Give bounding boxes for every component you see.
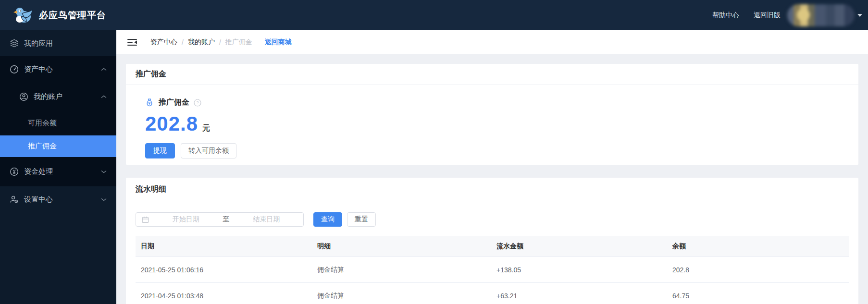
chevron-down-icon [101, 198, 107, 201]
help-icon[interactable]: ? [194, 99, 201, 107]
sidebar-item-my-account[interactable]: 我的账户 [0, 83, 116, 110]
calendar-icon [142, 216, 149, 223]
sidebar-item-promotion-commission[interactable]: 推广佣金 [0, 135, 116, 157]
sidebar-item-label: 资金处理 [24, 167, 53, 176]
old-version-link[interactable]: 返回旧版 [754, 11, 781, 20]
sidebar-item-label: 推广佣金 [28, 142, 57, 151]
breadcrumb-asset-center[interactable]: 资产中心 [150, 38, 177, 47]
chevron-up-icon [101, 68, 107, 71]
commission-card-body: 推广佣金 ? 202.8 元 提现 转入可用余额 [126, 85, 858, 158]
breadcrumb-bar: 资产中心 / 我的账户 / 推广佣金 返回商城 [116, 30, 868, 54]
reset-button[interactable]: 重置 [347, 212, 376, 227]
withdraw-button[interactable]: 提现 [145, 143, 175, 158]
commission-amount-row: 202.8 元 [145, 112, 849, 135]
sidebar-item-my-apps[interactable]: 我的应用 [0, 30, 116, 56]
sidebar-item-settings-center[interactable]: 设置中心 [0, 186, 116, 213]
topbar-right: 帮助中心 返回旧版 [712, 0, 862, 30]
sidebar-menu: 我的应用 资产中心 我的账户 可用余额 [0, 30, 116, 304]
table-header-row: 日期 明细 流水金额 余额 [136, 236, 849, 257]
search-button[interactable]: 查询 [313, 212, 342, 227]
sidebar-item-label: 我的账户 [34, 92, 62, 101]
start-date-placeholder: 开始日期 [149, 215, 223, 224]
layers-icon [10, 39, 19, 48]
table-row: 2021-04-25 01:03:48 佣金结算 +63.21 64.75 [136, 283, 849, 304]
cell-date: 2021-05-25 01:06:16 [136, 266, 312, 274]
user-gear-icon [10, 195, 19, 204]
commission-unit: 元 [202, 123, 210, 134]
back-to-mall-link[interactable]: 返回商城 [265, 38, 292, 47]
cell-detail: 佣金结算 [312, 292, 491, 300]
bird-logo-icon [13, 7, 33, 24]
cell-amount: +63.21 [491, 292, 667, 300]
column-header-balance: 余额 [667, 242, 849, 251]
gauge-icon [10, 65, 19, 74]
commission-label-row: 推广佣金 ? [145, 97, 849, 108]
chevron-down-icon [101, 170, 107, 173]
date-range-input[interactable]: 开始日期 至 结束日期 [136, 212, 304, 227]
column-header-detail: 明细 [312, 242, 491, 251]
app-window: 必应鸟管理平台 帮助中心 返回旧版 我的应用 资产中心 [0, 0, 868, 304]
cell-date: 2021-04-25 01:03:48 [136, 292, 312, 300]
cell-balance: 202.8 [667, 266, 849, 274]
masked-user-badge[interactable] [787, 4, 855, 26]
commission-card: 推广佣金 推广佣金 ? 202.8 元 [126, 64, 858, 165]
sidebar-item-label: 我的应用 [24, 39, 53, 48]
flow-filter-row: 开始日期 至 结束日期 查询 重置 [136, 212, 849, 227]
sidebar-item-asset-center[interactable]: 资产中心 [0, 56, 116, 83]
breadcrumb-my-account[interactable]: 我的账户 [188, 38, 215, 47]
brand-logo-block: 必应鸟管理平台 [13, 0, 106, 30]
breadcrumb-current: 推广佣金 [225, 38, 252, 47]
cell-balance: 64.75 [667, 292, 849, 300]
sidebar-item-label: 资产中心 [24, 65, 53, 74]
svg-text:?: ? [196, 100, 198, 105]
commission-actions: 提现 转入可用余额 [145, 143, 849, 158]
main-content: 资产中心 / 我的账户 / 推广佣金 返回商城 推广佣金 推广佣金 [116, 30, 868, 304]
breadcrumb: 资产中心 / 我的账户 / 推广佣金 [150, 38, 252, 47]
help-center-link[interactable]: 帮助中心 [712, 11, 739, 20]
commission-card-title: 推广佣金 [126, 64, 858, 85]
transfer-to-balance-button[interactable]: 转入可用余额 [181, 143, 236, 158]
caret-down-icon[interactable] [857, 14, 862, 17]
sidebar-item-label: 设置中心 [24, 195, 53, 204]
flow-table: 日期 明细 流水金额 余额 2021-05-25 01:06:16 佣金结算 +… [136, 236, 849, 304]
commission-label: 推广佣金 [159, 97, 189, 108]
sidebar-item-label: 可用余额 [28, 119, 57, 128]
cell-detail: 佣金结算 [312, 266, 491, 274]
breadcrumb-separator: / [219, 38, 221, 46]
end-date-placeholder: 结束日期 [230, 215, 304, 224]
top-navbar: 必应鸟管理平台 帮助中心 返回旧版 [0, 0, 868, 30]
breadcrumb-separator: / [182, 38, 184, 46]
sidebar-item-funds-processing[interactable]: 资金处理 [0, 157, 116, 186]
chevron-up-icon [101, 95, 107, 98]
sidebar-item-available-balance[interactable]: 可用余额 [0, 110, 116, 135]
app-title: 必应鸟管理平台 [39, 9, 106, 22]
user-circle-icon [19, 92, 28, 101]
column-header-amount: 流水金额 [491, 242, 667, 251]
table-row: 2021-05-25 01:06:16 佣金结算 +138.05 202.8 [136, 257, 849, 283]
yen-circle-icon [10, 167, 19, 176]
money-bag-icon [145, 98, 154, 107]
column-header-date: 日期 [136, 242, 312, 251]
flow-card-title: 流水明细 [126, 178, 858, 201]
cell-amount: +138.05 [491, 266, 667, 274]
menu-fold-icon[interactable] [127, 38, 137, 46]
range-separator: 至 [223, 215, 230, 224]
commission-amount: 202.8 [145, 112, 198, 135]
flow-detail-card: 流水明细 开始日期 至 结束日期 查询 [126, 178, 858, 304]
